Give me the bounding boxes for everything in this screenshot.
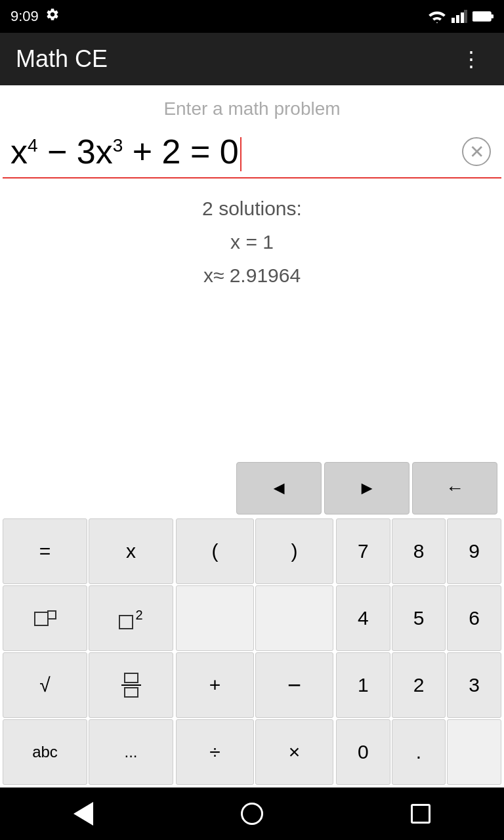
status-left: 9:09	[10, 7, 60, 26]
key-abc[interactable]: abc	[3, 719, 87, 785]
clear-button[interactable]: ✕	[457, 132, 496, 171]
key-open-paren[interactable]: (	[176, 518, 254, 584]
key-3[interactable]: 3	[447, 652, 501, 718]
home-button[interactable]	[241, 803, 263, 825]
svg-rect-0	[452, 18, 455, 23]
right-panel: 7 8 9 4 5 6 1 2 3 0 .	[336, 518, 501, 785]
home-icon	[241, 803, 263, 825]
svg-rect-5	[491, 14, 494, 18]
recent-button[interactable]	[411, 804, 430, 824]
app-title: Math CE	[16, 45, 108, 73]
wifi-icon	[428, 9, 446, 24]
key-8[interactable]: 8	[392, 518, 446, 584]
mid-panel: ( ) + − ÷ ×	[176, 518, 333, 785]
recent-icon	[411, 804, 430, 824]
cursor-right-button[interactable]: ►	[324, 462, 410, 514]
key-empty-1[interactable]	[176, 585, 254, 651]
key-2[interactable]: 2	[392, 652, 446, 718]
svg-rect-4	[472, 12, 491, 21]
gear-icon	[45, 7, 60, 26]
key-9[interactable]: 9	[447, 518, 501, 584]
back-icon	[74, 802, 93, 826]
status-right	[428, 9, 494, 24]
key-sqrt[interactable]: √	[3, 652, 87, 718]
key-placeholder	[447, 719, 501, 785]
solution-2: x≈ 2.91964	[0, 259, 504, 292]
nav-row: ◄ ► ←	[0, 455, 504, 518]
key-more[interactable]: ...	[89, 719, 173, 785]
solution-1: x = 1	[0, 225, 504, 259]
key-fraction[interactable]	[89, 652, 173, 718]
key-4[interactable]: 4	[336, 585, 390, 651]
signal-icon	[452, 9, 467, 24]
key-empty-2[interactable]	[255, 585, 333, 651]
key-1[interactable]: 1	[336, 652, 390, 718]
key-close-paren[interactable]: )	[255, 518, 333, 584]
math-input-row: x4 − 3x3 + 2 = 0 ✕	[3, 126, 501, 178]
clear-icon: ✕	[462, 137, 491, 166]
svg-rect-3	[464, 10, 467, 23]
solutions-count: 2 solutions:	[0, 192, 504, 225]
status-time: 9:09	[10, 8, 39, 25]
key-square[interactable]: 2	[89, 585, 173, 651]
bottom-nav-bar	[0, 788, 504, 840]
app-bar: Math CE ⋮	[0, 33, 504, 85]
svg-rect-2	[461, 12, 464, 23]
status-bar: 9:09	[0, 0, 504, 33]
math-placeholder: Enter a math problem	[0, 85, 504, 126]
svg-rect-1	[456, 15, 459, 23]
key-equals[interactable]: =	[3, 518, 87, 584]
content-area: Enter a math problem x4 − 3x3 + 2 = 0 ✕ …	[0, 85, 504, 788]
left-panel: = x 2 √	[3, 518, 173, 785]
key-minus[interactable]: −	[255, 652, 333, 718]
fraction-icon	[121, 673, 141, 698]
key-divide[interactable]: ÷	[176, 719, 254, 785]
more-menu-button[interactable]: ⋮	[455, 41, 488, 77]
key-7[interactable]: 7	[336, 518, 390, 584]
cursor-left-button[interactable]: ◄	[236, 462, 322, 514]
key-power[interactable]	[3, 585, 87, 651]
key-dot[interactable]: .	[392, 719, 446, 785]
results-area: 2 solutions: x = 1 x≈ 2.91964	[0, 178, 504, 455]
keyboard-grid: = x 2 √	[0, 518, 504, 788]
key-5[interactable]: 5	[392, 585, 446, 651]
key-6[interactable]: 6	[447, 585, 501, 651]
backspace-button[interactable]: ←	[412, 462, 497, 514]
math-expression[interactable]: x4 − 3x3 + 2 = 0	[8, 126, 457, 177]
key-plus[interactable]: +	[176, 652, 254, 718]
keyboard-section: ◄ ► ← = x 2	[0, 455, 504, 788]
key-multiply[interactable]: ×	[255, 719, 333, 785]
battery-icon	[472, 9, 494, 24]
key-0[interactable]: 0	[336, 719, 390, 785]
back-button[interactable]	[74, 802, 93, 826]
key-x[interactable]: x	[89, 518, 173, 584]
